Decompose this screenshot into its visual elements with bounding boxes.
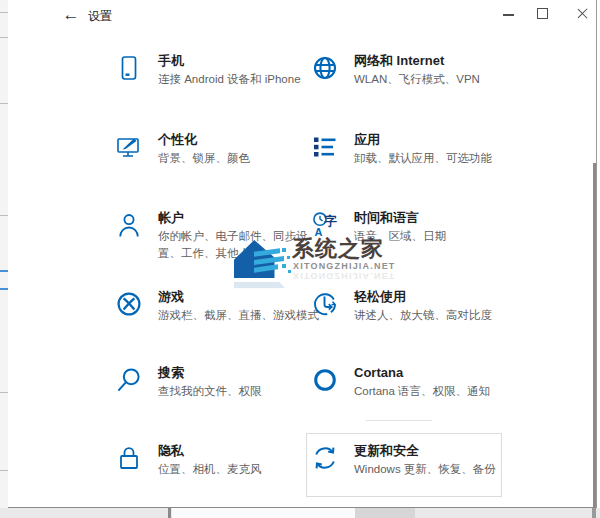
- tile-subtitle: 连接 Android 设备和 iPhone: [158, 71, 320, 88]
- lock-icon: [115, 444, 143, 472]
- cortana-ring-icon: [311, 366, 339, 394]
- back-button[interactable]: ←: [57, 2, 85, 28]
- background-artifact-line: [366, 420, 432, 421]
- close-icon: [576, 7, 589, 20]
- tile-gaming[interactable]: 游戏 游戏栏、截屏、直播、游戏模式: [115, 289, 320, 324]
- personalization-icon: [115, 133, 143, 161]
- tile-title: 网络和 Internet: [354, 53, 516, 69]
- tile-subtitle: 语音、区域、日期: [354, 228, 516, 245]
- tile-personalization[interactable]: 个性化 背景、锁屏、颜色: [115, 132, 320, 167]
- tile-subtitle: 讲述人、放大镜、高对比度: [354, 307, 516, 324]
- tile-title: Cortana: [354, 365, 516, 381]
- person-icon: [115, 211, 143, 239]
- xbox-icon: [115, 290, 143, 318]
- window-controls: [492, 0, 594, 30]
- tile-title: 个性化: [158, 132, 320, 148]
- tile-title: 隐私: [158, 443, 320, 459]
- globe-icon: [311, 54, 339, 82]
- tile-title: 更新和安全: [354, 443, 516, 459]
- tile-title: 游戏: [158, 289, 320, 305]
- tile-subtitle: Cortana 语言、权限、通知: [354, 383, 516, 400]
- svg-text:A: A: [315, 226, 323, 238]
- tile-subtitle: 卸载、默认应用、可选功能: [354, 150, 516, 167]
- tile-subtitle: Windows 更新、恢复、备份: [354, 461, 516, 478]
- tile-subtitle: 你的帐户、电子邮件、同步设置、工作、其他人员: [158, 228, 320, 262]
- tile-ease-of-access[interactable]: 轻松使用 讲述人、放大镜、高对比度: [311, 289, 516, 324]
- tile-time-language[interactable]: 字A 时间和语言 语音、区域、日期: [311, 210, 516, 245]
- tile-network[interactable]: 网络和 Internet WLAN、飞行模式、VPN: [311, 53, 516, 88]
- tile-apps[interactable]: 应用 卸载、默认应用、可选功能: [311, 132, 516, 167]
- close-button[interactable]: [560, 0, 594, 28]
- sync-icon: [311, 444, 339, 472]
- tile-cortana[interactable]: Cortana Cortana 语言、权限、通知: [311, 365, 516, 400]
- maximize-icon: [537, 8, 548, 19]
- tile-subtitle: 位置、相机、麦克风: [158, 461, 320, 478]
- tile-subtitle: 查找我的文件、权限: [158, 383, 320, 400]
- tile-title: 帐户: [158, 210, 320, 226]
- search-icon: [115, 366, 143, 394]
- tile-privacy[interactable]: 隐私 位置、相机、麦克风: [115, 443, 320, 478]
- maximize-button[interactable]: [526, 0, 560, 28]
- tile-title: 轻松使用: [354, 289, 516, 305]
- tile-subtitle: 游戏栏、截屏、直播、游戏模式: [158, 307, 320, 324]
- svg-text:字: 字: [324, 214, 337, 228]
- tile-accounts[interactable]: 帐户 你的帐户、电子邮件、同步设置、工作、其他人员: [115, 210, 320, 262]
- settings-window: ← 设置 手机 连接 Android 设备和 iPhone 网络和 Intern…: [8, 0, 597, 508]
- ease-of-access-icon: [311, 290, 339, 318]
- tile-update-security[interactable]: 更新和安全 Windows 更新、恢复、备份: [311, 443, 516, 478]
- background-window-bottom: [0, 508, 600, 518]
- minimize-icon: [503, 14, 514, 16]
- tile-subtitle: WLAN、飞行模式、VPN: [354, 71, 516, 88]
- tile-subtitle: 背景、锁屏、颜色: [158, 150, 320, 167]
- phone-icon: [115, 54, 143, 82]
- tile-phone[interactable]: 手机 连接 Android 设备和 iPhone: [115, 53, 320, 88]
- tile-search[interactable]: 搜索 查找我的文件、权限: [115, 365, 320, 400]
- watermark-site: XITONGZHIJIA.NET: [293, 261, 396, 271]
- tile-title: 手机: [158, 53, 320, 69]
- titlebar: ← 设置: [8, 0, 596, 32]
- screen: ← 设置 手机 连接 Android 设备和 iPhone 网络和 Intern…: [0, 0, 600, 518]
- tile-title: 时间和语言: [354, 210, 516, 226]
- scrollbar[interactable]: [593, 163, 596, 507]
- tile-title: 应用: [354, 132, 516, 148]
- watermark-site-reflection: XITONGZHIJIA.NET: [293, 271, 396, 281]
- clock-language-icon: 字A: [311, 211, 339, 239]
- window-title: 设置: [88, 8, 112, 25]
- minimize-button[interactable]: [492, 0, 526, 28]
- tile-title: 搜索: [158, 365, 320, 381]
- apps-list-icon: [311, 133, 339, 161]
